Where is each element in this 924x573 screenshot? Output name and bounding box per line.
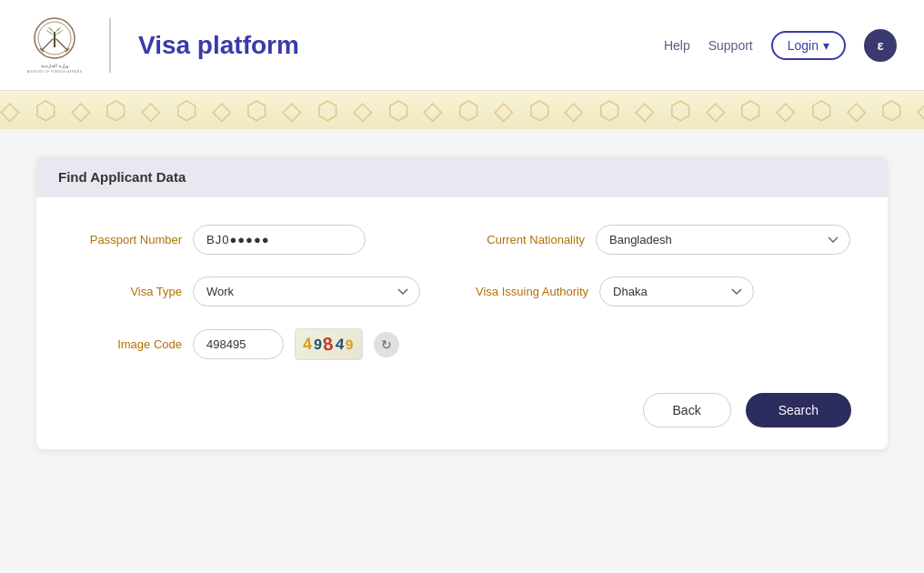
support-link[interactable]: Support	[708, 38, 753, 53]
issuing-authority-select[interactable]: Dhaka Karachi Manila Cairo Delhi	[599, 276, 754, 307]
captcha-char-5: 9	[346, 337, 356, 353]
nationality-group: Current Nationality Bangladesh Pakistan …	[476, 225, 851, 255]
chevron-down-icon: ▾	[823, 38, 829, 53]
saudi-emblem-icon: وزارة الخارجية MINISTRY OF FOREIGN AFFAI…	[27, 15, 82, 75]
card-header: Find Applicant Data	[36, 156, 888, 197]
passport-input[interactable]	[193, 225, 366, 255]
image-code-inputs: 4 9 8 4 9 ↻	[193, 328, 399, 360]
header-nav: Help Support Login ▾ ε	[664, 29, 897, 62]
captcha-image: 4 9 8 4 9	[295, 328, 363, 360]
main-content: Find Applicant Data Passport Number Curr…	[0, 129, 924, 477]
form-row-2: Visa Type Work Visit Family Umrah Busine…	[73, 276, 851, 307]
image-code-group: Image Code 4 9 8 4 9 ↻	[73, 328, 851, 360]
decorative-banner: ◇ ⬡ ◇ ⬡ ◇ ⬡ ◇ ⬡ ◇ ⬡ ◇ ⬡ ◇ ⬡ ◇ ⬡ ◇ ⬡ ◇ ⬡ …	[0, 91, 924, 129]
site-title: Visa platform	[138, 31, 299, 60]
visa-type-label: Visa Type	[73, 285, 182, 298]
form-row-3: Image Code 4 9 8 4 9 ↻	[73, 328, 851, 360]
header: وزارة الخارجية MINISTRY OF FOREIGN AFFAI…	[0, 0, 924, 91]
visa-type-select[interactable]: Work Visit Family Umrah Business	[193, 276, 420, 307]
passport-group: Passport Number	[73, 225, 448, 255]
svg-text:وزارة الخارجية: وزارة الخارجية	[41, 64, 68, 69]
refresh-icon: ↻	[381, 337, 392, 352]
nationality-select[interactable]: Bangladesh Pakistan India Egypt Philippi…	[596, 225, 850, 255]
svg-text:MINISTRY OF FOREIGN AFFAIRS: MINISTRY OF FOREIGN AFFAIRS	[27, 70, 82, 74]
image-code-label: Image Code	[73, 337, 182, 351]
issuing-authority-label: Visa Issuing Authority	[476, 285, 588, 298]
avatar[interactable]: ε	[864, 29, 897, 62]
refresh-captcha-button[interactable]: ↻	[374, 332, 399, 357]
header-divider	[109, 18, 111, 73]
buttons-row: Back Search	[73, 378, 851, 427]
nationality-label: Current Nationality	[476, 233, 585, 246]
login-button[interactable]: Login ▾	[771, 31, 846, 60]
card-body: Passport Number Current Nationality Bang…	[36, 197, 888, 449]
search-button[interactable]: Search	[746, 393, 851, 427]
issuing-authority-group: Visa Issuing Authority Dhaka Karachi Man…	[476, 276, 851, 307]
form-row-1: Passport Number Current Nationality Bang…	[73, 225, 851, 255]
logo-emblem: وزارة الخارجية MINISTRY OF FOREIGN AFFAI…	[27, 15, 82, 75]
find-applicant-card: Find Applicant Data Passport Number Curr…	[36, 156, 888, 449]
pattern-row: ◇ ⬡ ◇ ⬡ ◇ ⬡ ◇ ⬡ ◇ ⬡ ◇ ⬡ ◇ ⬡ ◇ ⬡ ◇ ⬡ ◇ ⬡ …	[0, 91, 924, 129]
logo-section: وزارة الخارجية MINISTRY OF FOREIGN AFFAI…	[27, 15, 299, 75]
visa-type-group: Visa Type Work Visit Family Umrah Busine…	[73, 276, 448, 307]
captcha-input[interactable]	[193, 329, 284, 359]
back-button[interactable]: Back	[643, 393, 731, 427]
captcha-char-1: 4	[302, 335, 315, 355]
form-grid: Passport Number Current Nationality Bang…	[73, 225, 851, 360]
passport-label: Passport Number	[73, 233, 182, 246]
help-link[interactable]: Help	[664, 38, 690, 53]
